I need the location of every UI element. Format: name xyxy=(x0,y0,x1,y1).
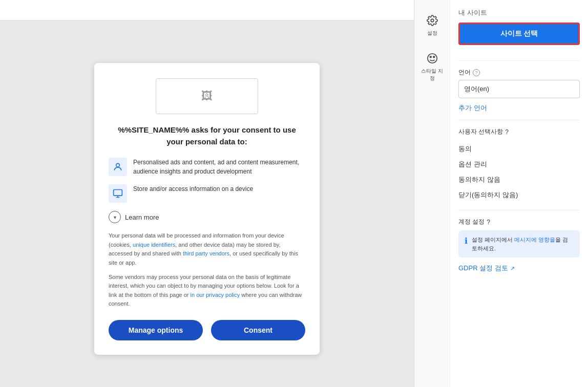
sidebar-content: 내 사이트 사이트 선택 언어 ? 영어(en) 추가 언어 사용자 선택사항 … xyxy=(450,0,588,387)
svg-point-2 xyxy=(431,19,434,22)
style-label: 스타일 지정 xyxy=(419,68,445,82)
consent-item-2: Store and/or access information on a dev… xyxy=(109,184,305,203)
consent-title: %%SITE_NAME%% asks for your consent to u… xyxy=(109,124,305,147)
option-close[interactable]: 닫기(동의하지 않음) xyxy=(458,187,580,203)
logo-placeholder: 🖼 xyxy=(156,78,258,114)
gear-icon xyxy=(425,13,439,28)
sidebar: 설정 스타일 지정 내 사이트 사이트 선택 언어 ? 영어(en) 추가 언어 xyxy=(414,0,588,387)
settings-label: 설정 xyxy=(427,30,437,37)
info-icon: ℹ xyxy=(465,236,468,246)
language-value: 영어(en) xyxy=(458,80,580,98)
sidebar-item-settings[interactable]: 설정 xyxy=(416,8,448,42)
sidebar-item-style[interactable]: 스타일 지정 xyxy=(416,46,448,87)
consent-card: 🖼 %%SITE_NAME%% asks for your consent to… xyxy=(94,63,320,355)
info-box-text: 설정 페이지에서 메시지에 영향을을 검토하세요. xyxy=(472,235,574,252)
info-link[interactable]: 메시지에 영향을 xyxy=(514,236,555,243)
consent-item-2-text: Store and/or access information on a dev… xyxy=(133,184,253,193)
consent-item-1-text: Personalised ads and content, ad and con… xyxy=(133,158,305,176)
gdpr-link[interactable]: GDPR 설정 검토 ↗ xyxy=(458,264,580,273)
palette-icon xyxy=(425,51,439,66)
preview-top-bar xyxy=(0,0,414,20)
sidebar-icon-nav: 설정 스타일 지정 xyxy=(414,0,450,387)
svg-rect-1 xyxy=(114,190,122,196)
my-site-title: 내 사이트 xyxy=(458,8,580,17)
info-box: ℹ 설정 페이지에서 메시지에 영향을을 검토하세요. xyxy=(458,230,580,257)
account-settings-help-icon[interactable]: ? xyxy=(487,219,490,226)
svg-point-4 xyxy=(430,56,431,58)
divider-1 xyxy=(458,60,580,61)
svg-point-3 xyxy=(427,54,436,63)
monitor-icon xyxy=(109,184,127,203)
add-language-link[interactable]: 추가 언어 xyxy=(458,103,580,113)
consent-body-text-2: Some vendors may process your personal d… xyxy=(109,273,305,309)
option-manage[interactable]: 옵션 관리 xyxy=(458,157,580,172)
person-icon xyxy=(109,158,127,176)
language-field-label: 언어 ? xyxy=(458,68,580,77)
language-help-icon[interactable]: ? xyxy=(473,69,480,76)
divider-3 xyxy=(458,210,580,210)
consent-item-1: Personalised ads and content, ad and con… xyxy=(109,158,305,176)
consent-body-text-1: Your personal data will be processed and… xyxy=(109,231,305,267)
consent-buttons: Manage options Consent xyxy=(109,320,305,340)
external-link-icon: ↗ xyxy=(510,265,515,272)
svg-point-5 xyxy=(433,56,434,58)
site-select-button[interactable]: 사이트 선택 xyxy=(458,23,580,45)
preview-area: 🖼 %%SITE_NAME%% asks for your consent to… xyxy=(0,0,414,387)
user-options-help-icon[interactable]: ? xyxy=(505,128,509,136)
svg-point-0 xyxy=(116,163,120,167)
learn-more-row[interactable]: ▾ Learn more xyxy=(109,211,305,223)
option-disagree[interactable]: 동의하지 않음 xyxy=(458,172,580,187)
divider-2 xyxy=(458,120,580,120)
manage-options-button[interactable]: Manage options xyxy=(109,320,203,340)
consent-button[interactable]: Consent xyxy=(211,320,305,340)
option-consent[interactable]: 동의 xyxy=(458,141,580,157)
image-icon: 🖼 xyxy=(201,90,213,103)
user-options-label: 사용자 선택사항 ? xyxy=(458,127,580,136)
learn-more-label: Learn more xyxy=(125,213,159,221)
chevron-down-icon: ▾ xyxy=(109,211,121,223)
account-settings-label: 계정 설정 ? xyxy=(458,218,580,226)
